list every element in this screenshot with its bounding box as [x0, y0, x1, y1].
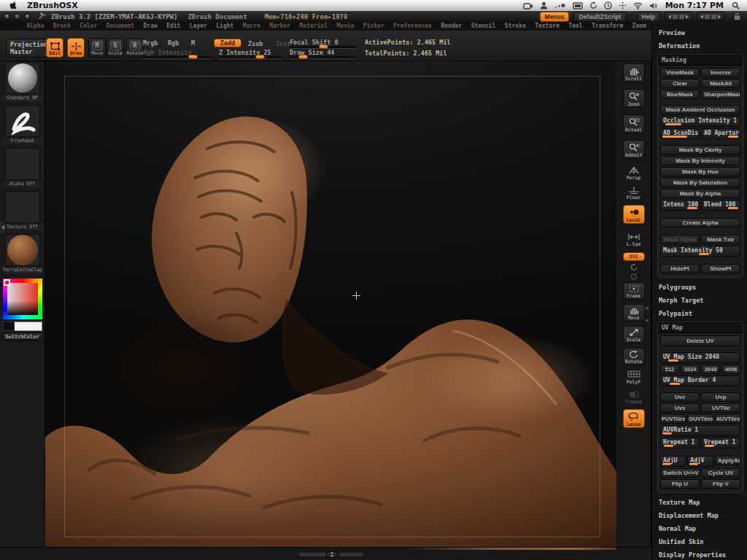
xyz-button[interactable]: XYZ [623, 252, 645, 261]
uvc-button[interactable]: Uvc [660, 392, 700, 402]
current-alpha-thumbnail[interactable] [5, 148, 40, 180]
display-icon[interactable] [573, 2, 583, 9]
rgb-intensity-slider-label[interactable]: Rgb Intensity [143, 49, 192, 56]
menu-brush[interactable]: Brush [48, 23, 74, 29]
ao-aperture-slider[interactable]: AO Aparture [701, 128, 740, 139]
hrepeat-slider[interactable]: Hrepeat 1 [660, 438, 700, 448]
section-displacement-map[interactable]: Displacement Map [657, 509, 743, 522]
cycle-uv-button[interactable]: Cycle UV [701, 468, 740, 478]
menu-texture[interactable]: Texture [530, 23, 564, 29]
tracking-icon[interactable] [619, 1, 627, 9]
floor-button[interactable]: Floor [623, 185, 645, 201]
clock-icon[interactable] [604, 1, 612, 9]
uvs-button[interactable]: Uvs [660, 403, 700, 413]
mask-by-alpha-button[interactable]: Mask By Alpha [660, 189, 740, 198]
mask-txtr-button[interactable]: Mask Txtr [701, 235, 740, 244]
draw-size-track[interactable] [290, 56, 355, 59]
aahalf-button[interactable]: AAHalf [623, 140, 645, 159]
lasso-button[interactable]: Lasso [623, 409, 645, 428]
section-preview[interactable]: Preview [657, 26, 743, 39]
current-stroke-thumbnail[interactable] [5, 105, 40, 137]
menu-picker[interactable]: Picker [359, 23, 389, 29]
m-button[interactable]: M [191, 39, 195, 47]
menu-edit[interactable]: Edit [162, 23, 185, 29]
spotlight-icon[interactable] [732, 1, 740, 9]
mask-intensity-slider[interactable]: Mask Intensity 50 [660, 246, 740, 257]
auvtiles-button[interactable]: AUVTiles [715, 414, 740, 424]
current-tool-thumbnail[interactable] [5, 62, 40, 94]
ao-scandist-slider[interactable]: AO ScanDist [660, 128, 700, 139]
wifi-icon[interactable] [633, 2, 643, 9]
menu-layer[interactable]: Layer [185, 23, 212, 29]
flip-u-button[interactable]: Flip U [660, 479, 700, 489]
mask-ambient-occlusion-button[interactable]: Mask Ambient Occlusion [660, 105, 740, 114]
menu-draw[interactable]: Draw [139, 23, 162, 29]
section-unified-skin[interactable]: Unified Skin [657, 535, 743, 548]
left-tray-collapse-handle[interactable] [0, 222, 5, 233]
section-morph-target[interactable]: Morph Target [657, 294, 743, 307]
maskall-button[interactable]: MaskAll [701, 79, 740, 88]
hidept-button[interactable]: HidePt [660, 264, 700, 273]
menu-macro[interactable]: Macro [239, 23, 265, 29]
occlusion-intensity-slider[interactable]: Occlusion Intensity 1 [660, 116, 740, 127]
viewmask-button[interactable]: ViewMask [660, 68, 700, 77]
user-icon[interactable] [540, 1, 548, 9]
persp-button[interactable]: Persp [623, 166, 645, 182]
help-button[interactable]: Help [637, 12, 660, 22]
adjv-slider[interactable]: AdjV [687, 456, 713, 467]
zoom-button[interactable]: Zoom [623, 89, 645, 108]
zsub-button[interactable]: Zsub [248, 40, 263, 47]
polyf-button[interactable]: PolyF [623, 370, 645, 386]
input-method-icon[interactable] [554, 3, 566, 9]
vrepeat-slider[interactable]: Vrepeat 1 [701, 438, 740, 448]
lock-icon[interactable] [733, 12, 741, 20]
blend-slider[interactable]: Blend 100 [701, 200, 740, 211]
color-picker-sv-square[interactable] [7, 283, 38, 315]
default-zscript-button[interactable]: DefaultZScript [573, 12, 626, 22]
applyadj-button[interactable]: ApplyAdj [715, 456, 740, 465]
menu-material[interactable]: Material [295, 23, 332, 29]
draw-size-knob[interactable] [298, 55, 308, 59]
zcut-button[interactable]: Zcut [276, 40, 290, 47]
switch-uv-button[interactable]: Switch U<>V [660, 468, 700, 478]
window-minimize-button[interactable]: – [14, 13, 20, 20]
camera-icon[interactable] [523, 2, 533, 9]
menu-marker[interactable]: Marker [265, 23, 295, 29]
menubar-app-name[interactable]: ZBrushOSX [27, 1, 78, 10]
guvtiles-button[interactable]: GUVTiles [687, 414, 713, 424]
section-display-properties[interactable]: Display Properties [657, 548, 743, 560]
masking-header[interactable]: Masking [658, 55, 743, 66]
local-button[interactable]: Local [623, 205, 645, 224]
window-zoom-button[interactable]: + [24, 13, 31, 20]
main-color-swatch[interactable] [3, 322, 15, 331]
clear-button[interactable]: Clear [660, 79, 700, 88]
zadd-button[interactable]: Zadd [214, 39, 241, 47]
menu-preferences[interactable]: Preferences [389, 23, 436, 29]
adju-slider[interactable]: AdjU [660, 456, 686, 467]
section-normal-map[interactable]: Normal Map [657, 522, 743, 535]
uv-map-size-slider[interactable]: UV Map Size 2048 [660, 352, 740, 363]
uv-map-border-slider[interactable]: UV Map Border 4 [660, 376, 740, 386]
projection-master-button[interactable]: Projection Master [6, 39, 51, 58]
uv-map-header[interactable]: UV Map [658, 322, 743, 333]
menu-tool[interactable]: Tool [564, 23, 587, 29]
menu-document[interactable]: Document [101, 23, 139, 29]
mask-by-hue-button[interactable]: Mask By Hue [660, 167, 740, 176]
menu-color[interactable]: Color [75, 23, 101, 29]
section-polygroups[interactable]: Polygroups [657, 281, 743, 294]
rgb-button[interactable]: Rgb [168, 39, 179, 47]
actual-button[interactable]: Actual [623, 114, 645, 133]
spin-z-icon[interactable] [629, 273, 639, 281]
bottom-divider-left[interactable] [299, 553, 326, 556]
document-canvas[interactable] [45, 61, 616, 547]
edit-mode-button[interactable]: Edit [46, 38, 63, 58]
section-deformation[interactable]: Deformation [657, 39, 743, 52]
menus-button[interactable]: Menus [540, 12, 570, 22]
bottom-divider-right[interactable] [339, 553, 363, 556]
rgb-intensity-track[interactable] [143, 56, 210, 59]
focal-shift-slider-label[interactable]: Focal Shift 0 [290, 39, 338, 46]
draw-mode-button[interactable]: Draw [67, 38, 85, 58]
menu-zoom[interactable]: Zoom [627, 23, 651, 29]
apple-menu-icon[interactable] [9, 1, 17, 10]
uv-size-512-button[interactable]: 512 [660, 365, 679, 374]
